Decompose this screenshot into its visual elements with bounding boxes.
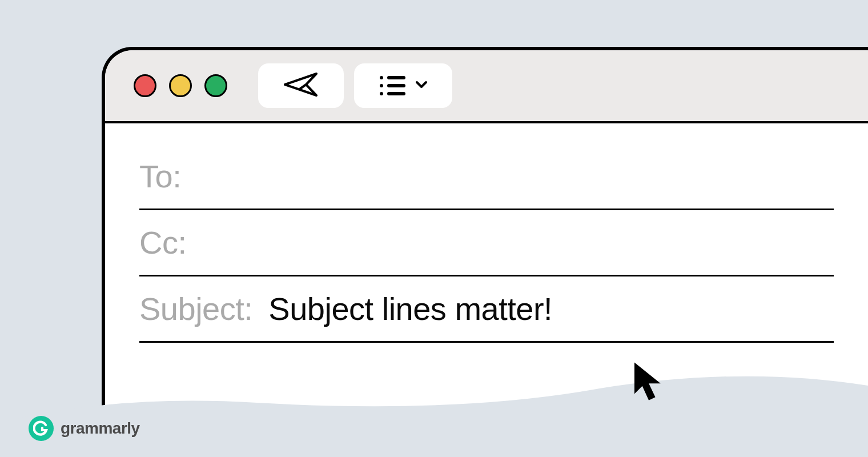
chevron-down-icon <box>416 81 427 91</box>
subject-field-row: Subject: Subject lines matter! <box>139 276 834 343</box>
cursor-icon <box>631 360 665 406</box>
cc-label: Cc: <box>139 224 187 261</box>
brand-logo-icon <box>29 416 54 441</box>
compose-window: To: Cc: Subject: Subject lines matter! <box>102 47 868 411</box>
compose-fields: To: Cc: Subject: Subject lines matter! <box>105 123 868 411</box>
paper-plane-icon <box>283 71 319 100</box>
maximize-icon[interactable] <box>204 74 227 97</box>
traffic-lights <box>134 74 227 97</box>
subject-label: Subject: <box>139 290 252 327</box>
list-dropdown-button[interactable] <box>354 63 452 108</box>
list-icon <box>380 76 405 95</box>
to-field-row: To: <box>139 144 834 210</box>
close-icon[interactable] <box>134 74 156 97</box>
send-button[interactable] <box>258 63 344 108</box>
window-toolbar <box>105 50 868 123</box>
subject-input[interactable]: Subject lines matter! <box>268 290 552 327</box>
minimize-icon[interactable] <box>169 74 192 97</box>
cc-field-row: Cc: <box>139 210 834 276</box>
brand-badge: grammarly <box>29 416 140 441</box>
brand-name: grammarly <box>61 419 140 438</box>
to-label: To: <box>139 158 181 195</box>
